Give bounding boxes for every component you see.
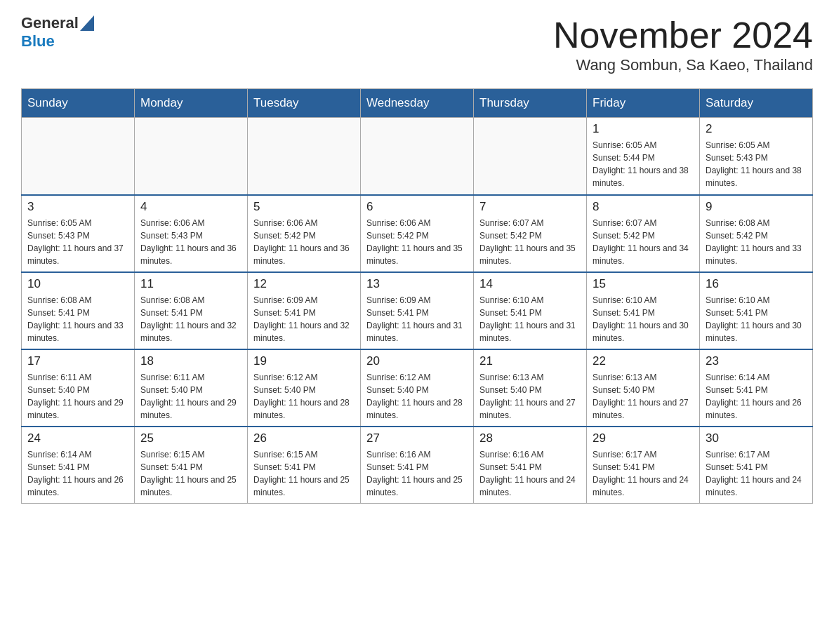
- calendar-cell: [135, 118, 248, 195]
- weekday-header-tuesday: Tuesday: [248, 89, 361, 118]
- day-number: 13: [366, 277, 468, 291]
- day-info: Sunrise: 6:05 AMSunset: 5:43 PMDaylight:…: [27, 217, 128, 267]
- day-info: Sunrise: 6:16 AMSunset: 5:41 PMDaylight:…: [366, 448, 468, 499]
- day-number: 24: [27, 431, 128, 445]
- day-number: 6: [366, 200, 468, 214]
- day-info: Sunrise: 6:13 AMSunset: 5:40 PMDaylight:…: [479, 371, 581, 422]
- weekday-header-thursday: Thursday: [474, 89, 587, 118]
- day-number: 8: [593, 200, 694, 214]
- day-number: 10: [27, 277, 128, 291]
- day-number: 1: [593, 122, 694, 136]
- calendar-cell: [361, 118, 474, 195]
- calendar-cell: 3Sunrise: 6:05 AMSunset: 5:43 PMDaylight…: [22, 195, 135, 272]
- day-info: Sunrise: 6:08 AMSunset: 5:41 PMDaylight:…: [140, 294, 241, 344]
- day-info: Sunrise: 6:07 AMSunset: 5:42 PMDaylight:…: [479, 217, 581, 267]
- logo-blue-text: Blue: [21, 32, 55, 50]
- day-info: Sunrise: 6:17 AMSunset: 5:41 PMDaylight:…: [706, 448, 807, 499]
- day-number: 28: [479, 431, 581, 445]
- day-number: 17: [27, 354, 128, 368]
- day-info: Sunrise: 6:12 AMSunset: 5:40 PMDaylight:…: [366, 371, 468, 422]
- title-area: November 2024 Wang Sombun, Sa Kaeo, Thai…: [553, 14, 813, 74]
- calendar-cell: 9Sunrise: 6:08 AMSunset: 5:42 PMDaylight…: [700, 195, 813, 272]
- day-number: 23: [706, 354, 807, 368]
- day-number: 2: [706, 122, 807, 136]
- weekday-header-monday: Monday: [135, 89, 248, 118]
- calendar-header-row: SundayMondayTuesdayWednesdayThursdayFrid…: [22, 89, 813, 118]
- day-number: 14: [479, 277, 581, 291]
- page-header: General Blue November 2024 Wang Sombun, …: [21, 14, 813, 74]
- calendar-cell: [474, 118, 587, 195]
- calendar-week-row: 24Sunrise: 6:14 AMSunset: 5:41 PMDayligh…: [22, 427, 813, 504]
- day-info: Sunrise: 6:05 AMSunset: 5:43 PMDaylight:…: [706, 139, 807, 189]
- day-info: Sunrise: 6:10 AMSunset: 5:41 PMDaylight:…: [706, 294, 807, 344]
- calendar-cell: 20Sunrise: 6:12 AMSunset: 5:40 PMDayligh…: [361, 349, 474, 427]
- day-number: 30: [706, 431, 807, 445]
- calendar-cell: 14Sunrise: 6:10 AMSunset: 5:41 PMDayligh…: [474, 272, 587, 349]
- calendar-cell: 16Sunrise: 6:10 AMSunset: 5:41 PMDayligh…: [700, 272, 813, 349]
- calendar-cell: 21Sunrise: 6:13 AMSunset: 5:40 PMDayligh…: [474, 349, 587, 427]
- calendar-cell: 8Sunrise: 6:07 AMSunset: 5:42 PMDaylight…: [587, 195, 700, 272]
- calendar-week-row: 3Sunrise: 6:05 AMSunset: 5:43 PMDaylight…: [22, 195, 813, 272]
- calendar-cell: 7Sunrise: 6:07 AMSunset: 5:42 PMDaylight…: [474, 195, 587, 272]
- day-info: Sunrise: 6:08 AMSunset: 5:41 PMDaylight:…: [27, 294, 128, 344]
- calendar-cell: [22, 118, 135, 195]
- day-number: 3: [27, 200, 128, 214]
- day-number: 7: [479, 200, 581, 214]
- day-info: Sunrise: 6:14 AMSunset: 5:41 PMDaylight:…: [27, 448, 128, 499]
- calendar-cell: 25Sunrise: 6:15 AMSunset: 5:41 PMDayligh…: [135, 427, 248, 504]
- weekday-header-sunday: Sunday: [22, 89, 135, 118]
- day-number: 22: [593, 354, 694, 368]
- day-number: 29: [593, 431, 694, 445]
- calendar-cell: 10Sunrise: 6:08 AMSunset: 5:41 PMDayligh…: [22, 272, 135, 349]
- logo: General Blue: [21, 14, 94, 51]
- day-info: Sunrise: 6:17 AMSunset: 5:41 PMDaylight:…: [593, 448, 694, 499]
- day-number: 25: [140, 431, 241, 445]
- day-info: Sunrise: 6:06 AMSunset: 5:43 PMDaylight:…: [140, 217, 241, 267]
- day-info: Sunrise: 6:11 AMSunset: 5:40 PMDaylight:…: [27, 371, 128, 422]
- svg-marker-0: [80, 15, 94, 31]
- day-info: Sunrise: 6:16 AMSunset: 5:41 PMDaylight:…: [479, 448, 581, 499]
- calendar-cell: 23Sunrise: 6:14 AMSunset: 5:41 PMDayligh…: [700, 349, 813, 427]
- day-info: Sunrise: 6:06 AMSunset: 5:42 PMDaylight:…: [366, 217, 468, 267]
- calendar-cell: 24Sunrise: 6:14 AMSunset: 5:41 PMDayligh…: [22, 427, 135, 504]
- day-info: Sunrise: 6:15 AMSunset: 5:41 PMDaylight:…: [140, 448, 241, 499]
- day-number: 11: [140, 277, 241, 291]
- calendar-cell: 27Sunrise: 6:16 AMSunset: 5:41 PMDayligh…: [361, 427, 474, 504]
- weekday-header-friday: Friday: [587, 89, 700, 118]
- weekday-header-saturday: Saturday: [700, 89, 813, 118]
- day-number: 21: [479, 354, 581, 368]
- day-number: 9: [706, 200, 807, 214]
- day-info: Sunrise: 6:12 AMSunset: 5:40 PMDaylight:…: [253, 371, 355, 422]
- calendar-cell: 2Sunrise: 6:05 AMSunset: 5:43 PMDaylight…: [700, 118, 813, 195]
- calendar-cell: 1Sunrise: 6:05 AMSunset: 5:44 PMDaylight…: [587, 118, 700, 195]
- calendar-cell: 15Sunrise: 6:10 AMSunset: 5:41 PMDayligh…: [587, 272, 700, 349]
- calendar-cell: 12Sunrise: 6:09 AMSunset: 5:41 PMDayligh…: [248, 272, 361, 349]
- calendar-week-row: 10Sunrise: 6:08 AMSunset: 5:41 PMDayligh…: [22, 272, 813, 349]
- calendar-cell: 5Sunrise: 6:06 AMSunset: 5:42 PMDaylight…: [248, 195, 361, 272]
- day-info: Sunrise: 6:07 AMSunset: 5:42 PMDaylight:…: [593, 217, 694, 267]
- calendar-cell: 18Sunrise: 6:11 AMSunset: 5:40 PMDayligh…: [135, 349, 248, 427]
- day-info: Sunrise: 6:14 AMSunset: 5:41 PMDaylight:…: [706, 371, 807, 422]
- day-info: Sunrise: 6:06 AMSunset: 5:42 PMDaylight:…: [253, 217, 355, 267]
- day-number: 18: [140, 354, 241, 368]
- calendar-cell: 28Sunrise: 6:16 AMSunset: 5:41 PMDayligh…: [474, 427, 587, 504]
- day-number: 15: [593, 277, 694, 291]
- month-title: November 2024: [553, 14, 813, 56]
- day-number: 26: [253, 431, 355, 445]
- calendar-cell: 17Sunrise: 6:11 AMSunset: 5:40 PMDayligh…: [22, 349, 135, 427]
- day-number: 5: [253, 200, 355, 214]
- calendar-week-row: 17Sunrise: 6:11 AMSunset: 5:40 PMDayligh…: [22, 349, 813, 427]
- calendar-table: SundayMondayTuesdayWednesdayThursdayFrid…: [21, 88, 813, 504]
- calendar-cell: 11Sunrise: 6:08 AMSunset: 5:41 PMDayligh…: [135, 272, 248, 349]
- calendar-cell: 22Sunrise: 6:13 AMSunset: 5:40 PMDayligh…: [587, 349, 700, 427]
- weekday-header-wednesday: Wednesday: [361, 89, 474, 118]
- day-number: 16: [706, 277, 807, 291]
- calendar-cell: 6Sunrise: 6:06 AMSunset: 5:42 PMDaylight…: [361, 195, 474, 272]
- day-info: Sunrise: 6:05 AMSunset: 5:44 PMDaylight:…: [593, 139, 694, 189]
- day-info: Sunrise: 6:09 AMSunset: 5:41 PMDaylight:…: [366, 294, 468, 344]
- calendar-cell: [248, 118, 361, 195]
- location-title: Wang Sombun, Sa Kaeo, Thailand: [553, 56, 813, 74]
- day-info: Sunrise: 6:13 AMSunset: 5:40 PMDaylight:…: [593, 371, 694, 422]
- day-number: 12: [253, 277, 355, 291]
- day-info: Sunrise: 6:11 AMSunset: 5:40 PMDaylight:…: [140, 371, 241, 422]
